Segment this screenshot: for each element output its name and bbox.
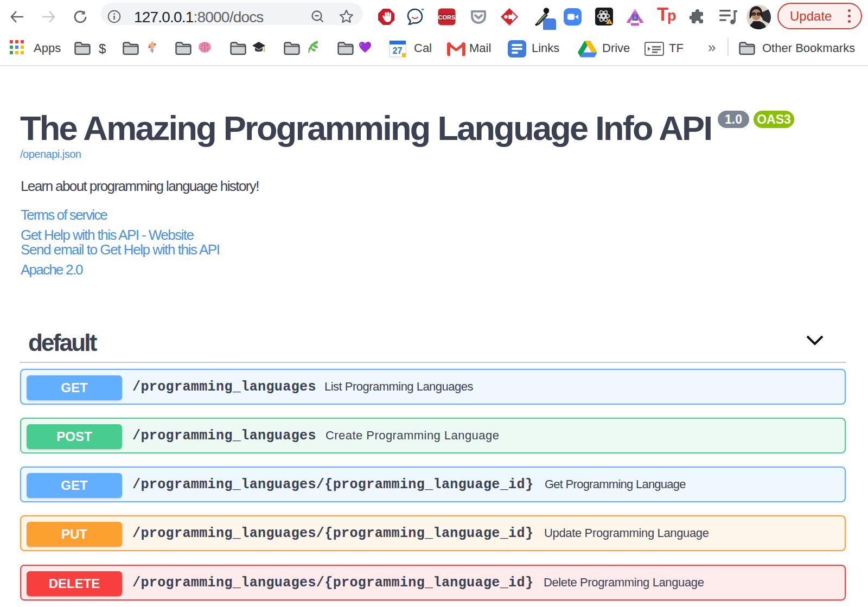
svg-text:27: 27 xyxy=(393,46,403,55)
svg-text:CORS: CORS xyxy=(438,14,456,21)
svg-text:!: ! xyxy=(609,20,610,25)
